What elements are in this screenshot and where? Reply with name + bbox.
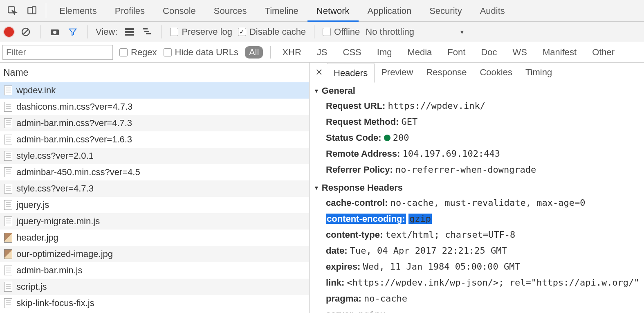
tab-audits[interactable]: Audits xyxy=(471,0,514,22)
request-row[interactable]: dashicons.min.css?ver=4.7.3 xyxy=(0,99,309,115)
tab-application[interactable]: Application xyxy=(359,0,421,22)
offline-checkbox[interactable]: Offline xyxy=(323,27,360,37)
hide-data-urls-checkbox[interactable]: Hide data URLs xyxy=(164,47,238,58)
view-waterfall-icon[interactable] xyxy=(141,26,153,38)
request-row[interactable]: admin-bar.min.css?ver=1.6.3 xyxy=(0,131,309,148)
request-row[interactable]: jquery-migrate.min.js xyxy=(0,213,309,230)
disable-cache-label: Disable cache xyxy=(249,27,306,37)
response-header-row: content-type: text/html; charset=UTF-8 xyxy=(314,227,644,243)
clear-icon[interactable] xyxy=(20,26,32,38)
general-section-toggle[interactable]: ▼ General xyxy=(314,84,644,98)
request-row[interactable]: style.css?ver=2.0.1 xyxy=(0,148,309,164)
header-value: Tue, 04 Apr 2017 22:21:25 GMT xyxy=(350,245,507,256)
request-name: our-optimized-image.jpg xyxy=(16,249,113,259)
checkbox-icon xyxy=(164,48,172,56)
request-name: skip-link-focus-fix.js xyxy=(16,298,94,308)
device-toggle-icon[interactable] xyxy=(24,2,40,19)
header-value: Wed, 11 Jan 1984 05:00:00 GMT xyxy=(363,261,520,272)
filter-type-js[interactable]: JS xyxy=(313,46,332,59)
tab-elements[interactable]: Elements xyxy=(50,0,106,22)
separator xyxy=(40,25,40,38)
details-tab-response[interactable]: Response xyxy=(420,63,473,82)
document-file-icon xyxy=(4,266,12,275)
header-key: Request Method: xyxy=(326,117,399,127)
filter-type-xhr[interactable]: XHR xyxy=(278,46,305,59)
name-column-header[interactable]: Name xyxy=(0,63,309,82)
tab-profiles[interactable]: Profiles xyxy=(106,0,154,22)
request-row[interactable]: skip-link-focus-fix.js xyxy=(0,295,309,311)
request-row[interactable]: script.js xyxy=(0,279,309,295)
request-row[interactable]: style.css?ver=4.7.3 xyxy=(0,180,309,197)
header-value: text/html; charset=UTF-8 xyxy=(385,230,515,240)
inspect-element-icon[interactable] xyxy=(4,2,20,19)
header-key: Status Code: xyxy=(326,133,381,143)
separator xyxy=(270,46,271,59)
tab-sources[interactable]: Sources xyxy=(205,0,256,22)
filter-type-media[interactable]: Media xyxy=(403,46,436,59)
preserve-log-checkbox[interactable]: Preserve log xyxy=(170,27,232,37)
header-value: <https://wpdev.ink/wp-json/>; rel="https… xyxy=(347,277,639,288)
filter-type-manifest[interactable]: Manifest xyxy=(539,46,581,59)
request-row[interactable]: admin-bar.min.js xyxy=(0,262,309,279)
regex-checkbox[interactable]: Regex xyxy=(119,47,157,58)
request-name: admin-bar.min.js xyxy=(16,265,82,276)
svg-rect-8 xyxy=(125,31,134,33)
request-name: header.jpg xyxy=(16,232,58,243)
document-file-icon xyxy=(4,118,12,128)
details-tab-preview[interactable]: Preview xyxy=(375,63,420,82)
response-headers-section-title: Response Headers xyxy=(322,182,403,193)
request-row[interactable]: header.jpg xyxy=(0,230,309,246)
document-file-icon xyxy=(4,200,12,210)
tab-timeline[interactable]: Timeline xyxy=(256,0,307,22)
filter-type-other[interactable]: Other xyxy=(588,46,619,59)
request-row[interactable]: jquery.js xyxy=(0,197,309,213)
request-row[interactable]: wpdev.ink xyxy=(0,82,309,99)
header-key: expires: xyxy=(326,261,360,272)
general-header-row: Status Code: 200 xyxy=(314,130,644,146)
document-file-icon xyxy=(4,102,12,112)
tab-console[interactable]: Console xyxy=(154,0,205,22)
filter-bar: Regex Hide data URLs AllXHRJSCSSImgMedia… xyxy=(0,42,644,63)
request-row[interactable]: adminbar-450.min.css?ver=4.5 xyxy=(0,164,309,180)
view-large-icon[interactable] xyxy=(123,26,135,38)
filter-type-css[interactable]: CSS xyxy=(339,46,366,59)
request-name: style.css?ver=4.7.3 xyxy=(16,183,94,194)
details-tab-headers[interactable]: Headers xyxy=(327,63,375,83)
request-row[interactable]: our-optimized-image.jpg xyxy=(0,246,309,262)
response-headers-section-toggle[interactable]: ▼ Response Headers xyxy=(314,181,644,195)
details-tab-cookies[interactable]: Cookies xyxy=(473,63,518,82)
filter-input[interactable] xyxy=(2,45,113,60)
details-tab-timing[interactable]: Timing xyxy=(519,63,559,82)
svg-point-6 xyxy=(53,31,56,34)
header-key: Referrer Policy: xyxy=(326,164,393,175)
request-name: jquery.js xyxy=(16,200,49,210)
request-name: admin-bar.min.css?ver=4.7.3 xyxy=(16,118,132,128)
record-button[interactable] xyxy=(4,27,14,37)
filter-type-font[interactable]: Font xyxy=(443,46,469,59)
filter-type-doc[interactable]: Doc xyxy=(477,46,501,59)
general-section-title: General xyxy=(322,86,355,96)
document-file-icon xyxy=(4,151,12,161)
disable-cache-checkbox[interactable]: Disable cache xyxy=(238,27,306,37)
filter-type-ws[interactable]: WS xyxy=(509,46,531,59)
filter-icon[interactable] xyxy=(67,26,79,38)
tab-network[interactable]: Network xyxy=(307,0,359,22)
request-row[interactable]: admin-bar.min.css?ver=4.7.3 xyxy=(0,115,309,131)
throttling-select[interactable]: No throttling ▼ xyxy=(366,27,464,37)
header-value: no-referrer-when-downgrade xyxy=(395,164,536,175)
filter-type-img[interactable]: Img xyxy=(373,46,396,59)
tab-security[interactable]: Security xyxy=(420,0,471,22)
triangle-down-icon: ▼ xyxy=(314,185,319,191)
filter-type-all[interactable]: All xyxy=(245,46,263,59)
document-file-icon xyxy=(4,184,12,194)
request-name: style.css?ver=2.0.1 xyxy=(16,151,94,161)
capture-screenshots-icon[interactable] xyxy=(49,26,61,38)
details-panel: ✕ HeadersPreviewResponseCookiesTiming ▼ … xyxy=(310,63,644,313)
image-file-icon xyxy=(4,233,12,243)
header-key: content-encoding: xyxy=(326,214,406,224)
requests-panel: Name wpdev.inkdashicons.min.css?ver=4.7.… xyxy=(0,63,310,313)
close-icon[interactable]: ✕ xyxy=(313,67,325,78)
general-header-row: Referrer Policy: no-referrer-when-downgr… xyxy=(314,162,644,178)
preserve-log-label: Preserve log xyxy=(182,27,232,37)
response-header-row: link: <https://wpdev.ink/wp-json/>; rel=… xyxy=(314,275,644,290)
